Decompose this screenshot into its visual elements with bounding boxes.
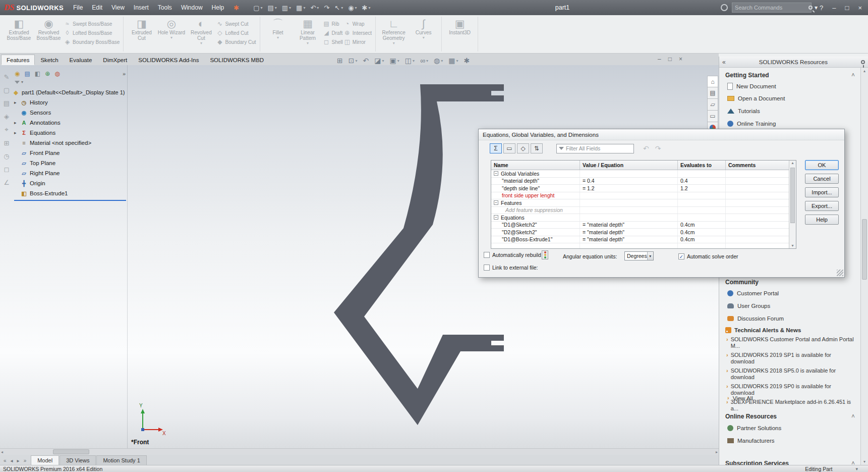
file-explorer-tab-icon[interactable]: ▱ xyxy=(707,99,718,111)
equation-view-button[interactable]: Σ xyxy=(490,143,502,153)
tool-icon[interactable]: ◻ xyxy=(4,166,10,173)
reference-geometry-button[interactable]: ∟ Reference Geometry ▾ xyxy=(379,17,408,45)
news-item[interactable]: › SOLIDWORKS Customer Portal and Admin P… xyxy=(726,336,856,349)
tree-item-annotations[interactable]: ▸ A Annotations xyxy=(13,118,128,128)
link-view-all[interactable]: › View All xyxy=(727,395,753,401)
first-tab-icon[interactable]: « xyxy=(2,457,8,464)
pin-icon[interactable] xyxy=(861,60,865,64)
news-item[interactable]: › SOLIDWORKS 2019 SP1 is available for d… xyxy=(726,352,856,365)
new-document-button[interactable]: ▢▾ xyxy=(252,3,263,13)
rollback-bar[interactable] xyxy=(14,200,126,201)
linear-pattern-button[interactable]: ▦ Linear Pattern ▾ xyxy=(294,17,322,45)
boundary-boss-base-button[interactable]: ◈Boundary Boss/Base xyxy=(64,38,120,45)
rebuild-traffic-light-icon[interactable] xyxy=(542,250,548,259)
scroll-left-icon[interactable]: ◂ xyxy=(1,450,3,454)
section-technical-alerts[interactable]: Technical Alerts & News xyxy=(725,327,855,333)
tree-item-material[interactable]: ≡ Material <not specified> xyxy=(13,138,128,148)
view-orientation-icon[interactable]: ▣▾ xyxy=(389,57,399,65)
tool-icon[interactable]: ✎ xyxy=(4,73,10,81)
next-tab-icon[interactable]: ▸ xyxy=(16,457,21,464)
ok-button[interactable]: OK xyxy=(805,160,839,170)
dimension-view-button[interactable]: ▭ xyxy=(503,143,515,153)
minimize-button[interactable]: – xyxy=(828,3,840,13)
tool-icon[interactable]: ◷ xyxy=(4,152,9,160)
tree-item-boss-extrude1[interactable]: ◧ Boss-Extrude1 xyxy=(13,188,128,198)
link-online-training[interactable]: Online Training xyxy=(727,121,776,127)
scroll-right-icon[interactable]: ▸ xyxy=(716,450,718,454)
tab-dimxpert[interactable]: DimXpert xyxy=(97,55,133,65)
redo-button[interactable]: ↷ xyxy=(323,3,330,13)
tool-icon[interactable]: ▢ xyxy=(4,86,10,94)
undo-button[interactable]: ↶▾ xyxy=(309,3,320,13)
rebuild-button[interactable]: ◉▾ xyxy=(347,3,358,13)
tool-icon[interactable]: ▤ xyxy=(4,99,10,107)
link-tutorials[interactable]: Tutorials xyxy=(727,108,760,114)
configurationmanager-tab-icon[interactable]: ◧ xyxy=(35,70,40,77)
undo-icon[interactable]: ↶ xyxy=(643,144,649,152)
intersect-button[interactable]: ⊕Intersect xyxy=(344,29,372,36)
task-pane-scrollbar[interactable]: ▴ ▾ xyxy=(860,68,868,465)
export-button[interactable]: Export... xyxy=(805,201,839,211)
expander-icon[interactable]: ▸ xyxy=(14,100,17,105)
tree-item-origin[interactable]: ╋ Origin xyxy=(13,178,128,188)
tab-features[interactable]: Features xyxy=(1,55,35,65)
curves-button[interactable]: ∫ Curves ▾ xyxy=(409,17,438,40)
section-view-icon[interactable]: ◪▾ xyxy=(374,57,384,65)
menu-file[interactable]: File xyxy=(69,1,87,15)
lofted-cut-button[interactable]: ◇Lofted Cut xyxy=(216,29,256,36)
scroll-up-icon[interactable]: ▴ xyxy=(791,161,793,165)
column-evaluates-to[interactable]: Evaluates to xyxy=(678,161,726,170)
table-row[interactable]: "D2@Sketch2" = "material depth" 0.4cm xyxy=(491,229,796,236)
table-row[interactable]: "D1@Boss-Extrude1" = "material depth" 0.… xyxy=(491,236,796,244)
tab-overflow-icon[interactable]: » xyxy=(123,71,126,77)
scroll-down-icon[interactable]: ▾ xyxy=(789,243,796,248)
edit-appearance-icon[interactable]: ◍▾ xyxy=(434,57,443,65)
search-input[interactable] xyxy=(735,5,806,11)
link-discussion-forum[interactable]: Discussion Forum xyxy=(727,316,784,322)
link-user-groups[interactable]: User Groups xyxy=(727,303,770,309)
import-button[interactable]: Import... xyxy=(805,187,839,197)
revolved-boss-base-button[interactable]: ◉ Revolved Boss/Base xyxy=(34,17,63,41)
apply-scene-icon[interactable]: ▦▾ xyxy=(448,57,458,65)
tree-item-right-plane[interactable]: ▱ Right Plane xyxy=(13,168,128,178)
menu-tools[interactable]: Tools xyxy=(153,1,177,15)
featuremanager-tab-icon[interactable]: ◉ xyxy=(15,70,20,77)
table-row[interactable]: "depth side line" = 1.2 1.2 xyxy=(491,185,796,192)
scrollbar-thumb[interactable] xyxy=(53,449,89,454)
section-community[interactable]: Community xyxy=(725,279,855,286)
ordered-view-button[interactable]: ⇅ xyxy=(531,143,543,153)
shell-button[interactable]: ◻Shell xyxy=(323,38,343,45)
link-open-document[interactable]: Open a Document xyxy=(727,95,785,101)
table-scrollbar[interactable]: ▴ ▾ xyxy=(789,161,796,248)
chevron-up-icon[interactable]: ˄ xyxy=(851,413,855,420)
close-button[interactable]: × xyxy=(854,3,866,13)
select-button[interactable]: ↖▾ xyxy=(333,3,344,13)
redo-icon[interactable]: ↷ xyxy=(655,144,661,152)
rib-button[interactable]: ▤Rib xyxy=(323,20,343,27)
cancel-button[interactable]: Cancel xyxy=(805,174,839,184)
expander-icon[interactable]: ▸ xyxy=(14,120,17,125)
viewport-hscrollbar[interactable]: ◂ ▸ xyxy=(0,448,719,455)
tab-evaluate[interactable]: Evaluate xyxy=(64,55,98,65)
save-button[interactable]: ▥▾ xyxy=(281,3,292,13)
news-item[interactable]: › SOLIDWORKS 2018 SP5.0 is available for… xyxy=(726,368,856,381)
view-settings-icon[interactable]: ✱ xyxy=(464,57,470,65)
swept-cut-button[interactable]: ∿Swept Cut xyxy=(216,20,256,27)
tree-item-front-plane[interactable]: ▱ Front Plane xyxy=(13,148,128,158)
table-row[interactable]: "D1@Sketch2" = "material depth" 0.4cm xyxy=(491,222,796,229)
scrollbar-thumb[interactable] xyxy=(790,168,795,223)
displaymanager-tab-icon[interactable]: ◍ xyxy=(54,70,60,77)
collapse-icon[interactable]: − xyxy=(494,200,498,205)
revolved-cut-button[interactable]: ◐ Revolved Cut ▾ xyxy=(187,17,215,45)
design-library-tab-icon[interactable]: ▤ xyxy=(707,87,718,99)
tree-item-top-plane[interactable]: ▱ Top Plane xyxy=(13,158,128,168)
link-manufacturers[interactable]: Manufacturers xyxy=(727,438,775,444)
tool-icon[interactable]: ◈ xyxy=(4,113,9,120)
lofted-boss-base-button[interactable]: ◊Lofted Boss/Base xyxy=(64,29,120,36)
table-row-partial[interactable] xyxy=(491,243,796,249)
tool-icon[interactable]: ⊞ xyxy=(4,139,10,147)
restore-button[interactable]: □ xyxy=(841,3,853,13)
open-button[interactable]: ▤▾ xyxy=(266,3,277,13)
hole-wizard-button[interactable]: ◎ Hole Wizard ▾ xyxy=(157,17,186,40)
angular-units-dropdown[interactable]: Degrees ▾ xyxy=(624,251,654,260)
